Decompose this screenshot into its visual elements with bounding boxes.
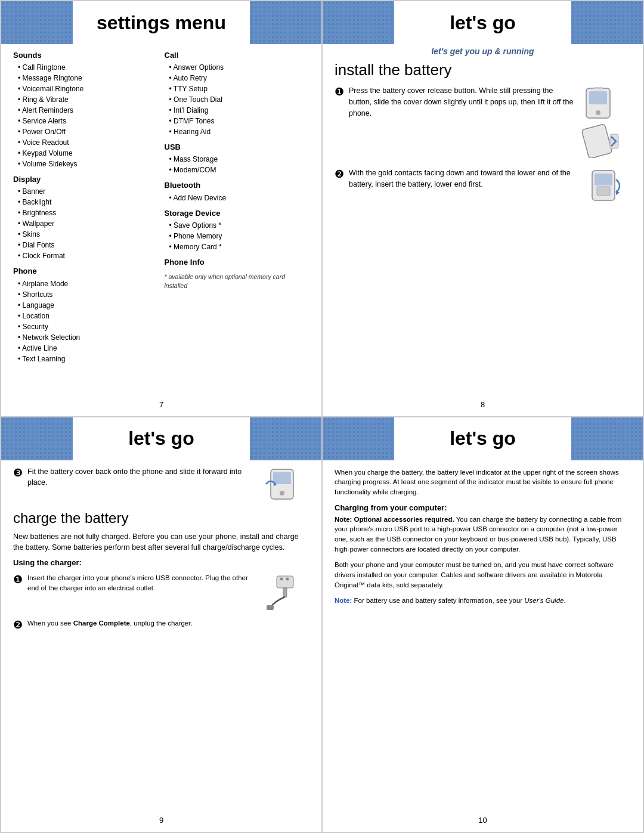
charging-header: let's go [323, 417, 643, 460]
svg-rect-5 [610, 134, 618, 148]
step3-content: ❸ Fit the battery cover back onto the ph… [13, 466, 259, 503]
bluetooth-section: Bluetooth Add New Device [165, 180, 310, 203]
svg-rect-14 [277, 576, 293, 588]
install-step2: ❷ With the gold contacts facing down and… [323, 168, 643, 202]
page-install: let's go let's get you up & running inst… [322, 1, 643, 417]
header-dots-right [250, 1, 321, 44]
charger-step1-row: ❶ Insert the charger into your phone's m… [13, 573, 255, 593]
phone-item: Active Line [18, 343, 159, 354]
charging-title: let's go [450, 428, 516, 450]
storage-item: Memory Card * [169, 241, 310, 252]
step1-number: ❶ [335, 85, 344, 98]
charging-note-section: Note: Optional accessories required. You… [335, 515, 631, 555]
charge-intro: New batteries are not fully charged. Bef… [1, 531, 321, 554]
sounds-item: Keypad Volume [18, 148, 159, 159]
install-section-title: install the battery [323, 57, 643, 79]
step2-text: With the gold contacts facing down and t… [349, 168, 580, 190]
svg-rect-8 [597, 187, 610, 196]
svg-point-16 [280, 578, 283, 581]
header-dots-left-3 [1, 417, 73, 460]
usb-list: Mass Storage Modem/COM [165, 154, 310, 175]
sounds-item: Voicemail Ringtone [18, 83, 159, 94]
step2-row: ❷ With the gold contacts facing down and… [335, 168, 580, 190]
sounds-item: Ring & Vibrate [18, 94, 159, 105]
phone-item: Text Learning [18, 354, 159, 364]
usb-section: USB Mass Storage Modem/COM [165, 142, 310, 175]
settings-title: settings menu [97, 12, 226, 34]
step2-images [586, 168, 631, 202]
storage-list: Save Options * Phone Memory Memory Card … [165, 220, 310, 252]
call-label: Call [165, 50, 310, 61]
charger-step2-row: ❷ When you see Charge Complete, unplug t… [13, 618, 309, 631]
step2-number: ❷ [335, 168, 344, 181]
sounds-item: Service Alerts [18, 116, 159, 126]
display-item: Clock Format [18, 250, 159, 261]
install-title: let's go [450, 12, 516, 34]
install-step1: ❶ Press the battery cover release button… [323, 85, 643, 158]
call-item: Int'l Dialing [169, 105, 310, 116]
page-number-7: 7 [159, 400, 163, 409]
sounds-item: Alert Reminders [18, 105, 159, 116]
charger-step2-number: ❷ [13, 618, 23, 631]
svg-point-17 [286, 578, 289, 581]
charge-section-title: charge the battery [13, 510, 309, 527]
bluetooth-label: Bluetooth [165, 180, 310, 191]
charging-note2-text: For battery use and battery safety infor… [352, 597, 524, 604]
charger-step1: ❶ Insert the charger into your phone's m… [1, 573, 321, 614]
display-item: Wallpaper [18, 218, 159, 229]
phone-item: Shortcuts [18, 289, 159, 300]
charge-header: let's go [1, 417, 321, 460]
page-charge: let's go ❸ Fit the battery cover back on… [1, 417, 322, 833]
call-item: TTY Setup [169, 83, 310, 94]
install-step3: ❸ Fit the battery cover back onto the ph… [1, 460, 321, 506]
header-dots-right-2 [571, 1, 643, 44]
phone-info-label: Phone Info [165, 257, 310, 268]
call-item: One Touch Dial [169, 94, 310, 105]
phone-img-4 [265, 466, 309, 501]
call-item: Auto Retry [169, 73, 310, 83]
header-dots-left-4 [323, 417, 394, 460]
charger-step1-content: ❶ Insert the charger into your phone's m… [13, 573, 255, 593]
call-list: Answer Options Auto Retry TTY Setup One … [165, 62, 310, 137]
display-item: Brightness [18, 208, 159, 218]
storage-label: Storage Device [165, 208, 310, 219]
sounds-section: Sounds Call Ringtone Message Ringtone Vo… [13, 50, 159, 169]
call-item: DTMF Tones [169, 116, 310, 126]
install-subtitle: let's get you up & running [323, 44, 643, 57]
display-section: Display Banner Backlight Brightness Wall… [13, 174, 159, 261]
charger-step2-text: When you see Charge Complete, unplug the… [27, 618, 309, 628]
sounds-item: Call Ringtone [18, 62, 159, 73]
page-settings: settings menu Sounds Call Ringtone Messa… [1, 1, 322, 417]
charger-step1-text: Insert the charger into your phone's mic… [27, 573, 255, 593]
charging-note2-end: . [564, 597, 565, 604]
step1-content: ❶ Press the battery cover release button… [335, 85, 574, 158]
call-item: Hearing Aid [169, 126, 310, 137]
header-dots-right-3 [250, 417, 321, 460]
display-item: Banner [18, 186, 159, 197]
bluetooth-item: Add New Device [169, 193, 310, 203]
svg-point-2 [596, 110, 600, 115]
display-label: Display [13, 174, 159, 185]
usb-item: Mass Storage [169, 154, 310, 165]
sounds-item: Power On/Off [18, 126, 159, 137]
usb-item: Modem/COM [169, 165, 310, 175]
charger-img [262, 573, 309, 612]
using-charger-label: Using the charger: [13, 558, 309, 567]
call-section: Call Answer Options Auto Retry TTY Setup… [165, 50, 310, 137]
svg-rect-4 [581, 124, 612, 158]
phone-item: Airplane Mode [18, 278, 159, 289]
header-dots-right-4 [571, 417, 643, 460]
svg-rect-18 [267, 605, 274, 610]
storage-item: Save Options * [169, 220, 310, 231]
display-item: Skins [18, 229, 159, 240]
charger-step2: ❷ When you see Charge Complete, unplug t… [1, 618, 321, 631]
phone-item: Location [18, 311, 159, 321]
phone-item: Security [18, 321, 159, 332]
page-number-8: 8 [481, 400, 485, 409]
usb-label: USB [165, 142, 310, 153]
svg-rect-11 [273, 472, 291, 484]
storage-section: Storage Device Save Options * Phone Memo… [165, 208, 310, 252]
phone-info-section: Phone Info [165, 257, 310, 268]
charge-title: let's go [128, 428, 194, 450]
settings-columns: Sounds Call Ringtone Message Ringtone Vo… [13, 50, 309, 369]
